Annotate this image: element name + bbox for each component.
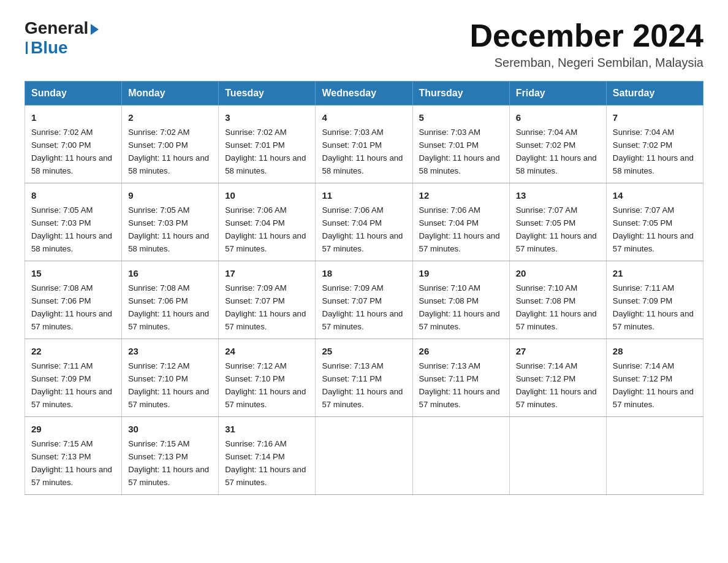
calendar-cell bbox=[316, 416, 412, 494]
day-number: 2 bbox=[128, 110, 212, 124]
calendar-title: December 2024 bbox=[469, 18, 703, 53]
calendar-cell: 20Sunrise: 7:10 AMSunset: 7:08 PMDayligh… bbox=[509, 261, 606, 339]
day-number: 15 bbox=[31, 266, 115, 280]
day-number: 9 bbox=[128, 188, 212, 202]
day-info: Sunrise: 7:10 AMSunset: 7:08 PMDaylight:… bbox=[516, 283, 597, 331]
day-number: 16 bbox=[128, 266, 212, 280]
calendar-cell: 7Sunrise: 7:04 AMSunset: 7:02 PMDaylight… bbox=[606, 105, 703, 183]
calendar-cell: 12Sunrise: 7:06 AMSunset: 7:04 PMDayligh… bbox=[412, 183, 509, 261]
day-number: 14 bbox=[613, 188, 697, 202]
logo-general-text: General bbox=[25, 18, 88, 38]
calendar-cell: 2Sunrise: 7:02 AMSunset: 7:00 PMDaylight… bbox=[122, 105, 219, 183]
calendar-cell bbox=[509, 416, 606, 494]
calendar-week-row: 22Sunrise: 7:11 AMSunset: 7:09 PMDayligh… bbox=[25, 339, 703, 417]
calendar-cell: 26Sunrise: 7:13 AMSunset: 7:11 PMDayligh… bbox=[412, 339, 509, 417]
calendar-cell: 8Sunrise: 7:05 AMSunset: 7:03 PMDaylight… bbox=[25, 183, 122, 261]
calendar-cell: 6Sunrise: 7:04 AMSunset: 7:02 PMDaylight… bbox=[509, 105, 606, 183]
day-number: 26 bbox=[419, 344, 503, 358]
day-number: 30 bbox=[128, 422, 212, 436]
day-info: Sunrise: 7:12 AMSunset: 7:10 PMDaylight:… bbox=[128, 361, 209, 409]
calendar-week-row: 8Sunrise: 7:05 AMSunset: 7:03 PMDaylight… bbox=[25, 183, 703, 261]
day-info: Sunrise: 7:13 AMSunset: 7:11 PMDaylight:… bbox=[322, 361, 403, 409]
day-number: 24 bbox=[225, 344, 309, 358]
day-info: Sunrise: 7:06 AMSunset: 7:04 PMDaylight:… bbox=[225, 205, 306, 253]
day-number: 1 bbox=[31, 110, 115, 124]
day-number: 19 bbox=[419, 266, 503, 280]
calendar-week-row: 1Sunrise: 7:02 AMSunset: 7:00 PMDaylight… bbox=[25, 105, 703, 183]
calendar-header-monday: Monday bbox=[122, 82, 219, 105]
calendar-cell bbox=[606, 416, 703, 494]
calendar-header-saturday: Saturday bbox=[606, 82, 703, 105]
calendar-cell: 23Sunrise: 7:12 AMSunset: 7:10 PMDayligh… bbox=[122, 339, 219, 417]
day-info: Sunrise: 7:15 AMSunset: 7:13 PMDaylight:… bbox=[31, 439, 112, 487]
calendar-cell: 3Sunrise: 7:02 AMSunset: 7:01 PMDaylight… bbox=[219, 105, 316, 183]
calendar-cell: 15Sunrise: 7:08 AMSunset: 7:06 PMDayligh… bbox=[25, 261, 122, 339]
day-info: Sunrise: 7:16 AMSunset: 7:14 PMDaylight:… bbox=[225, 439, 306, 487]
day-info: Sunrise: 7:07 AMSunset: 7:05 PMDaylight:… bbox=[516, 205, 597, 253]
calendar-cell: 11Sunrise: 7:06 AMSunset: 7:04 PMDayligh… bbox=[316, 183, 412, 261]
day-info: Sunrise: 7:15 AMSunset: 7:13 PMDaylight:… bbox=[128, 439, 209, 487]
calendar-cell: 27Sunrise: 7:14 AMSunset: 7:12 PMDayligh… bbox=[509, 339, 606, 417]
calendar-cell: 30Sunrise: 7:15 AMSunset: 7:13 PMDayligh… bbox=[122, 416, 219, 494]
day-number: 11 bbox=[322, 188, 406, 202]
day-number: 17 bbox=[225, 266, 309, 280]
calendar-cell: 24Sunrise: 7:12 AMSunset: 7:10 PMDayligh… bbox=[219, 339, 316, 417]
calendar-cell: 14Sunrise: 7:07 AMSunset: 7:05 PMDayligh… bbox=[606, 183, 703, 261]
day-info: Sunrise: 7:07 AMSunset: 7:05 PMDaylight:… bbox=[613, 205, 694, 253]
day-info: Sunrise: 7:06 AMSunset: 7:04 PMDaylight:… bbox=[322, 205, 403, 253]
day-number: 20 bbox=[516, 266, 600, 280]
calendar-cell: 18Sunrise: 7:09 AMSunset: 7:07 PMDayligh… bbox=[316, 261, 412, 339]
calendar-header-sunday: Sunday bbox=[25, 82, 122, 105]
day-number: 3 bbox=[225, 110, 309, 124]
day-info: Sunrise: 7:12 AMSunset: 7:10 PMDaylight:… bbox=[225, 361, 306, 409]
calendar-cell: 13Sunrise: 7:07 AMSunset: 7:05 PMDayligh… bbox=[509, 183, 606, 261]
day-number: 12 bbox=[419, 188, 503, 202]
calendar-cell: 4Sunrise: 7:03 AMSunset: 7:01 PMDaylight… bbox=[316, 105, 412, 183]
day-number: 6 bbox=[516, 110, 600, 124]
day-info: Sunrise: 7:05 AMSunset: 7:03 PMDaylight:… bbox=[31, 205, 112, 253]
calendar-cell: 1Sunrise: 7:02 AMSunset: 7:00 PMDaylight… bbox=[25, 105, 122, 183]
calendar-week-row: 15Sunrise: 7:08 AMSunset: 7:06 PMDayligh… bbox=[25, 261, 703, 339]
day-info: Sunrise: 7:09 AMSunset: 7:07 PMDaylight:… bbox=[225, 283, 306, 331]
calendar-week-row: 29Sunrise: 7:15 AMSunset: 7:13 PMDayligh… bbox=[25, 416, 703, 494]
day-info: Sunrise: 7:14 AMSunset: 7:12 PMDaylight:… bbox=[516, 361, 597, 409]
logo-bar-icon bbox=[26, 42, 28, 54]
calendar-cell: 22Sunrise: 7:11 AMSunset: 7:09 PMDayligh… bbox=[25, 339, 122, 417]
title-block: December 2024 Seremban, Negeri Sembilan,… bbox=[469, 18, 703, 70]
calendar-cell: 10Sunrise: 7:06 AMSunset: 7:04 PMDayligh… bbox=[219, 183, 316, 261]
day-info: Sunrise: 7:14 AMSunset: 7:12 PMDaylight:… bbox=[613, 361, 694, 409]
day-number: 18 bbox=[322, 266, 406, 280]
day-info: Sunrise: 7:08 AMSunset: 7:06 PMDaylight:… bbox=[128, 283, 209, 331]
calendar-cell: 25Sunrise: 7:13 AMSunset: 7:11 PMDayligh… bbox=[316, 339, 412, 417]
calendar-cell: 19Sunrise: 7:10 AMSunset: 7:08 PMDayligh… bbox=[412, 261, 509, 339]
calendar-header-row: SundayMondayTuesdayWednesdayThursdayFrid… bbox=[25, 82, 703, 105]
day-number: 21 bbox=[613, 266, 697, 280]
logo: General Blue bbox=[25, 18, 99, 58]
day-number: 5 bbox=[419, 110, 503, 124]
day-info: Sunrise: 7:10 AMSunset: 7:08 PMDaylight:… bbox=[419, 283, 500, 331]
day-info: Sunrise: 7:03 AMSunset: 7:01 PMDaylight:… bbox=[322, 128, 403, 175]
day-number: 29 bbox=[31, 422, 115, 436]
day-info: Sunrise: 7:11 AMSunset: 7:09 PMDaylight:… bbox=[31, 361, 112, 409]
day-number: 4 bbox=[322, 110, 406, 124]
calendar-cell: 5Sunrise: 7:03 AMSunset: 7:01 PMDaylight… bbox=[412, 105, 509, 183]
day-number: 25 bbox=[322, 344, 406, 358]
day-info: Sunrise: 7:09 AMSunset: 7:07 PMDaylight:… bbox=[322, 283, 403, 331]
day-number: 31 bbox=[225, 422, 309, 436]
calendar-header-thursday: Thursday bbox=[412, 82, 509, 105]
logo-blue-text: Blue bbox=[31, 38, 68, 58]
day-number: 13 bbox=[516, 188, 600, 202]
day-info: Sunrise: 7:02 AMSunset: 7:01 PMDaylight:… bbox=[225, 128, 306, 175]
calendar-cell: 17Sunrise: 7:09 AMSunset: 7:07 PMDayligh… bbox=[219, 261, 316, 339]
day-info: Sunrise: 7:02 AMSunset: 7:00 PMDaylight:… bbox=[31, 128, 112, 175]
day-info: Sunrise: 7:06 AMSunset: 7:04 PMDaylight:… bbox=[419, 205, 500, 253]
calendar-table: SundayMondayTuesdayWednesdayThursdayFrid… bbox=[25, 81, 703, 495]
calendar-cell: 9Sunrise: 7:05 AMSunset: 7:03 PMDaylight… bbox=[122, 183, 219, 261]
calendar-cell: 21Sunrise: 7:11 AMSunset: 7:09 PMDayligh… bbox=[606, 261, 703, 339]
calendar-cell: 29Sunrise: 7:15 AMSunset: 7:13 PMDayligh… bbox=[25, 416, 122, 494]
logo-arrow-icon bbox=[91, 24, 99, 35]
day-number: 10 bbox=[225, 188, 309, 202]
day-number: 8 bbox=[31, 188, 115, 202]
day-number: 27 bbox=[516, 344, 600, 358]
day-info: Sunrise: 7:03 AMSunset: 7:01 PMDaylight:… bbox=[419, 128, 500, 175]
